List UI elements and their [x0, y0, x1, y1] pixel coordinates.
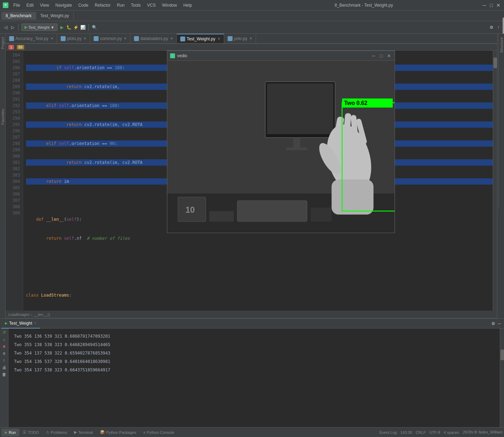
favorites-tab[interactable]: Favorites [0, 105, 6, 128]
packages-icon: 📦 [100, 430, 105, 435]
run-restart-button[interactable]: ↺ [2, 330, 7, 335]
close-yolo-tab[interactable]: ✕ [249, 37, 252, 40]
menu-navigate[interactable]: Navigate [53, 2, 75, 8]
menu-refactor[interactable]: Refactor [92, 2, 113, 8]
code-line-295 [26, 273, 494, 279]
minimize-button[interactable]: ─ [482, 2, 487, 8]
run-button[interactable]: ▶ [59, 25, 65, 30]
line-num-300: 300 [8, 153, 20, 159]
status-encoding[interactable]: UTF-8 [429, 430, 440, 435]
run-output-line-4: Two 354 136 537 320 0.6401664018630981 [14, 357, 494, 366]
coverage-button[interactable]: ⚡ [73, 25, 79, 30]
error-bar: 1 69 [6, 44, 497, 51]
warning-badge[interactable]: 69 [17, 45, 24, 49]
breadcrumb-item-1[interactable]: LoadImages [8, 312, 30, 317]
line-num-296: 296 [8, 128, 20, 134]
editor-scrollbar[interactable] [493, 51, 497, 311]
bottom-tab-terminal[interactable]: ▶ Terminal [70, 429, 96, 436]
editor-scrollbar-thumb[interactable] [493, 58, 497, 68]
close-common-tab[interactable]: ✕ [124, 37, 127, 40]
close-button[interactable]: ✕ [496, 2, 501, 8]
error-badge[interactable]: 1 [8, 45, 14, 49]
close-plots-tab[interactable]: ✕ [83, 37, 86, 40]
run-scroll-up-button[interactable]: ↑ [2, 358, 7, 363]
search-button[interactable]: 🔍 [92, 25, 97, 30]
run-config-button[interactable]: ▶ Test_Weight ▼ [21, 24, 58, 31]
svg-text:Two  0.62: Two 0.62 [344, 100, 367, 106]
toolbar-separator-2 [88, 24, 89, 31]
toolbar: ◁ ▷ ▶ Test_Weight ▼ ▶ 🐛 ⚡ 📊 🔍 ⚙ ↑ [0, 21, 504, 34]
update-button[interactable]: ↑ [496, 25, 501, 30]
line-num-286: 286 [8, 65, 20, 71]
run-tab-close[interactable]: ✕ [34, 321, 36, 325]
run-scrollbar[interactable] [500, 329, 504, 427]
close-test-weight-tab[interactable]: ✕ [217, 37, 220, 41]
run-tab-text: Run [9, 430, 16, 435]
forward-icon[interactable]: ▷ [10, 25, 15, 30]
breadcrumb-item-2[interactable]: __len__() [34, 312, 50, 317]
tab-dataloaders[interactable]: dataloaders.py ✕ [130, 34, 177, 44]
status-line-ending[interactable]: CRLF [416, 430, 426, 435]
menu-help[interactable]: Help [181, 2, 195, 8]
project-tab-benchmark[interactable]: 8_Benchmark [1, 12, 36, 20]
video-window-icon [170, 53, 175, 58]
line-num-289: 289 [8, 84, 20, 90]
run-stop-button[interactable]: ■ [2, 344, 7, 349]
menu-code[interactable]: Code [75, 2, 91, 8]
tab-yolo[interactable]: yolo.py ✕ [224, 34, 256, 44]
video-canvas: 10 Two 0.62 [167, 61, 395, 233]
line-num-291: 291 [8, 96, 20, 102]
line-num-284: 284 [8, 52, 20, 58]
run-delete-button[interactable]: 🗑 [2, 372, 7, 377]
bottom-tab-run[interactable]: ▶ Run [1, 429, 19, 436]
maximize-button[interactable]: □ [489, 2, 494, 8]
video-maximize-button[interactable]: □ [378, 53, 384, 59]
tab-test-weight[interactable]: Test_Weight.py ✕ [177, 34, 224, 44]
run-minimize-button[interactable]: ─ [496, 320, 503, 327]
tab-plots[interactable]: plots.py ✕ [57, 34, 90, 44]
settings-button[interactable]: ⚙ [489, 25, 494, 30]
menu-view[interactable]: View [37, 2, 52, 8]
project-sidebar-tab[interactable]: Project [0, 35, 6, 51]
problems-text: Problems [51, 430, 67, 435]
run-config-icon: ▶ [25, 25, 27, 29]
debug-button[interactable]: 🐛 [66, 25, 72, 30]
bottom-tab-problems[interactable]: ⚠ Problems [42, 429, 70, 436]
back-icon[interactable]: ◁ [3, 25, 8, 30]
close-accuracy-tab[interactable]: ✕ [51, 37, 53, 40]
run-scrollbar-thumb[interactable] [500, 350, 504, 360]
bottom-tab-todo[interactable]: ☰ TODO [19, 429, 42, 436]
tab-accuracy-test[interactable]: Accuracy_Test.py ✕ [6, 34, 57, 44]
tab-common[interactable]: common.py ✕ [90, 34, 130, 44]
project-tab-file[interactable]: Test_Weight.py [36, 12, 74, 20]
menu-edit[interactable]: Edit [23, 2, 36, 8]
menu-file[interactable]: File [11, 2, 23, 8]
close-dataloaders-tab[interactable]: ✕ [170, 37, 173, 40]
status-position[interactable]: 143:30 [400, 430, 412, 435]
svg-rect-18 [331, 180, 374, 215]
run-tab-test-weight[interactable]: ▶ Test_Weight ✕ [1, 319, 40, 329]
menu-tools[interactable]: Tools [128, 2, 143, 8]
status-branch[interactable]: JSON ⚙ fadex_William [463, 430, 503, 435]
run-settings-button[interactable]: ⚙ [490, 320, 496, 327]
profile-button[interactable]: 📊 [80, 25, 86, 30]
video-close-button[interactable]: ✕ [386, 53, 392, 59]
run-scroll-down-button[interactable]: ↓ [2, 337, 7, 342]
line-num-299: 299 [8, 147, 20, 153]
problems-icon: ⚠ [46, 430, 49, 435]
titlebar: P File Edit View Navigate Code Refactor … [0, 0, 504, 11]
event-log-button[interactable]: Event Log [379, 430, 397, 435]
bottom-tab-python-packages[interactable]: 📦 Python Packages [96, 429, 140, 436]
bottom-tab-python-console[interactable]: ≡ Python Console [140, 429, 177, 436]
run-print-button[interactable]: 🖨 [2, 365, 7, 370]
menu-window[interactable]: Window [159, 2, 180, 8]
structure-tab[interactable]: Structure [499, 34, 504, 57]
video-minimize-button[interactable]: ─ [371, 53, 376, 59]
code-line-293: return self.nf # number of files [26, 235, 494, 241]
line-num-290: 290 [8, 90, 20, 96]
run-output[interactable]: Two 356 136 539 321 0.6068791747093201 T… [8, 329, 500, 427]
menu-vcs[interactable]: VCS [144, 2, 159, 8]
run-filter-button[interactable]: ≡ [2, 351, 7, 356]
menu-run[interactable]: Run [114, 2, 127, 8]
status-indent[interactable]: 4 spaces [444, 430, 459, 435]
